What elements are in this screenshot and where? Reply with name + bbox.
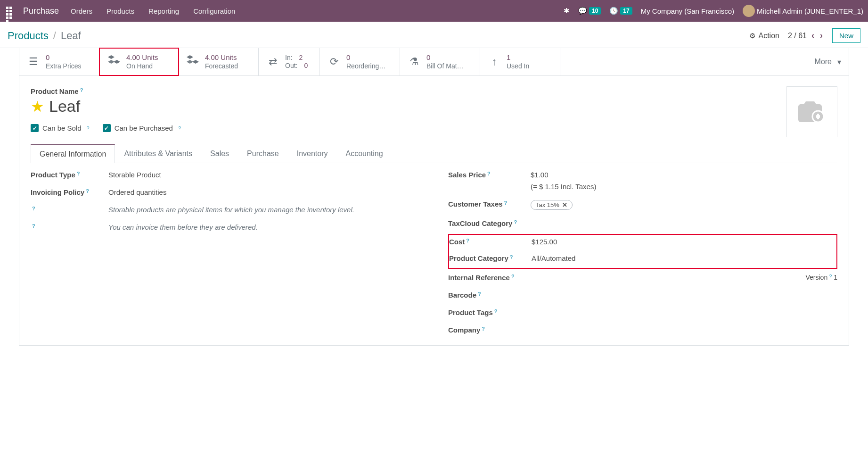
- stat-more[interactable]: More ▾: [807, 48, 849, 75]
- stat-label: Used In: [507, 62, 529, 71]
- gear-icon: [749, 32, 755, 40]
- help-icon[interactable]: ?: [32, 223, 35, 229]
- stat-reordering[interactable]: ⟳ 0 Reordering…: [320, 48, 400, 75]
- tab-inventory[interactable]: Inventory: [288, 144, 337, 163]
- menu-orders[interactable]: Orders: [71, 7, 92, 15]
- arrow-up-icon: ↑: [488, 56, 501, 68]
- favorite-star-icon[interactable]: ★: [31, 98, 44, 116]
- svg-rect-8: [817, 114, 819, 119]
- new-button[interactable]: New: [832, 28, 860, 43]
- internal-reference-label: Internal Reference: [448, 274, 510, 282]
- breadcrumb-parent[interactable]: Products: [8, 30, 49, 42]
- help-icon[interactable]: ?: [504, 200, 508, 206]
- description-text-2: You can invoice them before they are del…: [108, 223, 258, 231]
- activities-badge: 17: [620, 7, 632, 15]
- stat-value: 1: [507, 53, 529, 62]
- tab-accounting[interactable]: Accounting: [337, 144, 392, 163]
- can-be-sold-label: Can be Sold: [42, 124, 82, 132]
- menu-configuration[interactable]: Configuration: [193, 7, 235, 15]
- highlight-cost-category: Cost? $125.00 Product Category? All/Auto…: [448, 234, 837, 269]
- company-selector[interactable]: My Company (San Francisco): [641, 7, 734, 15]
- product-category-value[interactable]: All/Automated: [532, 254, 575, 262]
- stat-used-in[interactable]: ↑ 1 Used In: [480, 48, 560, 75]
- product-image-upload[interactable]: [786, 86, 837, 137]
- tab-general-information[interactable]: General Information: [31, 144, 115, 163]
- help-icon[interactable]: ?: [494, 308, 498, 314]
- help-icon[interactable]: ?: [87, 125, 90, 131]
- messaging-icon[interactable]: 💬10: [578, 7, 601, 15]
- avatar: [743, 5, 755, 17]
- user-menu[interactable]: Mitchell Admin (JUNE_ENTER_1): [743, 5, 863, 17]
- stat-on-hand[interactable]: 4.00 Units On Hand: [99, 48, 179, 76]
- help-icon[interactable]: ?: [86, 188, 89, 194]
- right-column: Sales Price? $1.00 (= $ 1.15 Incl. Taxes…: [448, 171, 837, 334]
- sales-price-label: Sales Price: [448, 171, 486, 179]
- top-navbar: Purchase Orders Products Reporting Confi…: [0, 0, 868, 22]
- flask-icon: ⚗: [408, 56, 421, 68]
- help-icon[interactable]: ?: [77, 171, 80, 176]
- svg-marker-1: [114, 60, 120, 64]
- help-icon[interactable]: ?: [32, 206, 35, 211]
- action-label: Action: [758, 32, 779, 40]
- menu-products[interactable]: Products: [106, 7, 134, 15]
- stat-bom[interactable]: ⚗ 0 Bill Of Mat…: [400, 48, 480, 75]
- stat-label: Extra Prices: [46, 62, 81, 71]
- bug-icon[interactable]: ✱: [564, 7, 570, 15]
- transfer-icon: ⇄: [266, 56, 279, 68]
- product-category-label: Product Category: [449, 254, 508, 262]
- svg-marker-0: [108, 55, 115, 59]
- tab-attributes-variants[interactable]: Attributes & Variants: [115, 144, 201, 163]
- pager: 2 / 61 ‹ ›: [788, 31, 824, 41]
- help-icon[interactable]: ?: [510, 254, 513, 260]
- pager-next[interactable]: ›: [819, 31, 824, 41]
- cost-value[interactable]: $125.00: [532, 238, 557, 246]
- help-icon[interactable]: ?: [80, 87, 83, 93]
- stat-value: 0: [426, 53, 464, 62]
- stat-in-out[interactable]: ⇄ In:2 Out:0: [259, 48, 320, 75]
- activities-icon[interactable]: 🕓17: [609, 7, 632, 15]
- tax-tag[interactable]: Tax 15% ✕: [531, 200, 573, 210]
- help-icon[interactable]: ?: [178, 125, 181, 131]
- tab-sales[interactable]: Sales: [201, 144, 238, 163]
- apps-icon[interactable]: [5, 5, 16, 17]
- product-type-value[interactable]: Storable Product: [108, 171, 161, 179]
- can-be-purchased-checkbox[interactable]: [103, 124, 111, 132]
- tax-tag-remove-icon[interactable]: ✕: [562, 201, 567, 208]
- sales-price-incl-tax: (= $ 1.15 Incl. Taxes): [531, 183, 596, 191]
- product-type-label: Product Type: [31, 171, 75, 179]
- tabs: General Information Attributes & Variant…: [31, 144, 837, 163]
- stat-value: 4.00 Units: [126, 53, 158, 62]
- control-bar: Products / Leaf Action 2 / 61 ‹ › New: [0, 22, 868, 48]
- product-title[interactable]: Leaf: [49, 97, 80, 116]
- user-name: Mitchell Admin (JUNE_ENTER_1): [757, 7, 863, 15]
- help-icon[interactable]: ?: [829, 274, 832, 279]
- pager-prev[interactable]: ‹: [811, 31, 815, 41]
- sales-price-value[interactable]: $1.00: [531, 171, 596, 179]
- stat-extra-prices[interactable]: ☰ 0 Extra Prices: [19, 48, 99, 75]
- stat-in-label: In:: [285, 54, 293, 62]
- caret-down-icon: ▾: [837, 58, 841, 67]
- cost-label: Cost: [449, 238, 465, 246]
- invoicing-policy-value[interactable]: Ordered quantities: [108, 188, 166, 196]
- tab-purchase[interactable]: Purchase: [238, 144, 288, 163]
- version-label: Version: [805, 274, 827, 281]
- svg-marker-4: [192, 60, 199, 64]
- menu-reporting[interactable]: Reporting: [148, 7, 179, 15]
- svg-marker-3: [187, 55, 193, 59]
- stat-value: 4.00 Units: [205, 53, 238, 62]
- help-icon[interactable]: ?: [466, 238, 469, 243]
- stat-out-label: Out:: [285, 62, 297, 70]
- action-menu[interactable]: Action: [749, 32, 779, 40]
- app-brand[interactable]: Purchase: [23, 6, 59, 16]
- top-right: ✱ 💬10 🕓17 My Company (San Francisco) Mit…: [564, 5, 863, 17]
- form-sheet: Product Name? ★ Leaf Can be Sold ? Can b…: [19, 76, 849, 346]
- stat-forecasted[interactable]: 4.00 Units Forecasted: [179, 48, 259, 75]
- help-icon[interactable]: ?: [487, 171, 491, 176]
- help-icon[interactable]: ?: [514, 219, 517, 225]
- help-icon[interactable]: ?: [511, 274, 515, 279]
- can-be-sold-checkbox[interactable]: [31, 124, 39, 132]
- help-icon[interactable]: ?: [478, 291, 481, 297]
- company-label: Company: [448, 326, 480, 334]
- stat-label: Reordering…: [346, 62, 385, 71]
- help-icon[interactable]: ?: [482, 326, 485, 332]
